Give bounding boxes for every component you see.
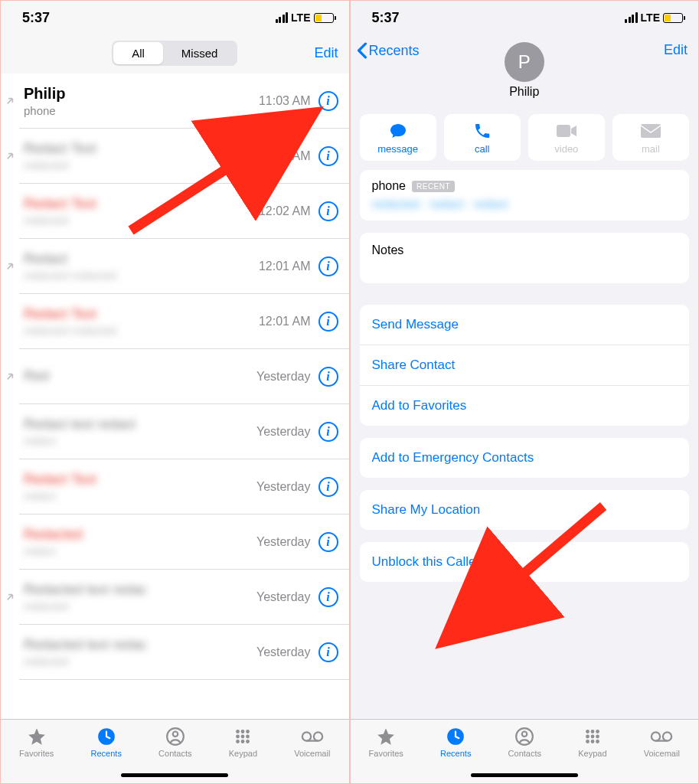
caller-sub: redacted <box>24 599 256 612</box>
call-row[interactable]: RedactedredactYesterdayi <box>19 514 349 570</box>
call-row[interactable]: RedYesterdayi <box>19 349 349 404</box>
info-button[interactable]: i <box>318 312 338 332</box>
segment-all[interactable]: All <box>113 42 163 64</box>
clock-icon <box>444 726 467 747</box>
tab-keypad[interactable]: Keypad <box>578 726 606 758</box>
tab-recents[interactable]: Recents <box>440 726 471 758</box>
battery-icon <box>663 13 683 23</box>
outgoing-call-icon <box>1 239 19 294</box>
caller-name: Redacted <box>24 527 256 543</box>
call-time: Yesterday <box>256 425 311 439</box>
info-button[interactable]: i <box>318 146 338 166</box>
action-call[interactable]: call <box>444 114 521 161</box>
tab-contacts[interactable]: Contacts <box>158 726 191 758</box>
phone-section[interactable]: phone RECENT redacted · redact · redact <box>360 170 690 220</box>
info-button[interactable]: i <box>318 477 338 497</box>
network-label: LTE <box>641 11 660 24</box>
tab-favorites[interactable]: Favorites <box>19 726 54 758</box>
svg-point-31 <box>663 732 671 740</box>
caller-name: Philip <box>24 85 259 103</box>
tab-favorites[interactable]: Favorites <box>369 726 403 758</box>
home-indicator[interactable] <box>121 773 228 777</box>
phone-number[interactable]: redacted · redact · redact <box>372 198 678 211</box>
call-row[interactable]: Redact Textredacted12:02 AMi <box>19 129 349 184</box>
caller-sub: redacted redacted <box>24 324 259 337</box>
call-row[interactable]: Redactredacted redacted12:01 AMi <box>19 239 349 294</box>
tab-recents[interactable]: Recents <box>91 726 122 758</box>
svg-point-5 <box>247 730 250 733</box>
info-button[interactable]: i <box>318 201 338 221</box>
info-button[interactable]: i <box>318 256 338 276</box>
call-row[interactable]: Redact Textredacted redacted12:01 AMi <box>19 294 349 349</box>
info-button[interactable]: i <box>318 422 338 442</box>
svg-point-9 <box>237 740 240 743</box>
call-row[interactable]: Redact TextredactYesterdayi <box>19 459 349 514</box>
avatar[interactable]: P <box>505 42 544 82</box>
svg-point-12 <box>302 732 311 740</box>
edit-button[interactable]: Edit <box>314 45 338 61</box>
caller-name: Redact <box>24 251 259 267</box>
action-label: video <box>554 143 578 155</box>
contact-header: Recents Edit P Philip <box>351 34 699 105</box>
call-row[interactable]: Philipphone11:03 AMi <box>19 74 349 129</box>
voicemail-icon <box>301 726 324 747</box>
info-button[interactable]: i <box>318 91 338 111</box>
recent-badge: RECENT <box>412 181 455 192</box>
svg-point-24 <box>586 735 590 739</box>
contacts-icon <box>513 726 536 747</box>
caller-sub: redact <box>24 544 256 557</box>
links-group-3: Share My Location <box>360 490 690 530</box>
back-label: Recents <box>369 43 420 59</box>
svg-point-6 <box>237 735 240 739</box>
action-message[interactable]: message <box>360 114 436 161</box>
call-row[interactable]: Redacted text redacredactedYesterdayi <box>19 625 349 680</box>
outgoing-call-icon <box>1 129 19 184</box>
info-button[interactable]: i <box>318 642 338 662</box>
network-label: LTE <box>291 11 310 24</box>
link-row[interactable]: Add to Emergency Contacts <box>360 438 690 478</box>
svg-point-21 <box>586 730 590 733</box>
call-time: 12:01 AM <box>259 315 311 328</box>
call-time: Yesterday <box>256 645 311 659</box>
svg-point-11 <box>247 740 250 743</box>
notes-section[interactable]: Notes <box>360 233 690 283</box>
info-button[interactable]: i <box>318 367 338 387</box>
video-icon <box>556 122 577 140</box>
edit-button[interactable]: Edit <box>664 42 688 58</box>
tab-label: Favorites <box>19 749 54 758</box>
chevron-left-icon <box>357 42 367 59</box>
info-button[interactable]: i <box>318 532 338 552</box>
home-indicator[interactable] <box>471 773 578 777</box>
link-row[interactable]: Share My Location <box>360 490 690 530</box>
outgoing-call-icon <box>1 625 19 680</box>
link-row[interactable]: Send Message <box>360 305 690 345</box>
call-row[interactable]: Redact Textredacted12:02 AMi <box>19 184 349 239</box>
star-icon <box>374 726 397 747</box>
clock-icon <box>95 726 118 747</box>
info-button[interactable]: i <box>318 587 338 607</box>
link-row[interactable]: Unblock this Caller <box>360 542 690 582</box>
call-row[interactable]: Redact text redactredactYesterdayi <box>19 404 349 459</box>
segmented-control[interactable]: All Missed <box>112 41 237 66</box>
tab-keypad[interactable]: Keypad <box>229 726 257 758</box>
call-row[interactable]: Redacted text redacredactedYesterdayi <box>19 570 349 625</box>
call-time: 12:02 AM <box>259 149 311 163</box>
action-label: mail <box>642 143 660 155</box>
call-time: Yesterday <box>256 480 311 494</box>
tab-contacts[interactable]: Contacts <box>508 726 541 758</box>
links-group-4: Unblock this Caller <box>360 542 690 582</box>
svg-rect-17 <box>641 124 661 138</box>
recents-list[interactable]: Philipphone11:03 AMiRedact Textredacted1… <box>19 74 349 719</box>
outgoing-call-icon <box>1 404 19 459</box>
call-time: Yesterday <box>256 535 311 549</box>
recents-header: All Missed Edit <box>1 34 349 74</box>
tab-voicemail[interactable]: Voicemail <box>294 726 330 758</box>
caller-name: Redact Text <box>24 196 259 212</box>
link-row[interactable]: Share Contact <box>360 345 690 385</box>
link-row[interactable]: Add to Favorites <box>360 385 690 426</box>
status-right: LTE <box>625 11 683 24</box>
back-button[interactable]: Recents <box>357 42 420 59</box>
outgoing-call-icon <box>1 570 19 625</box>
segment-missed[interactable]: Missed <box>163 42 237 64</box>
tab-voicemail[interactable]: Voicemail <box>644 726 680 758</box>
